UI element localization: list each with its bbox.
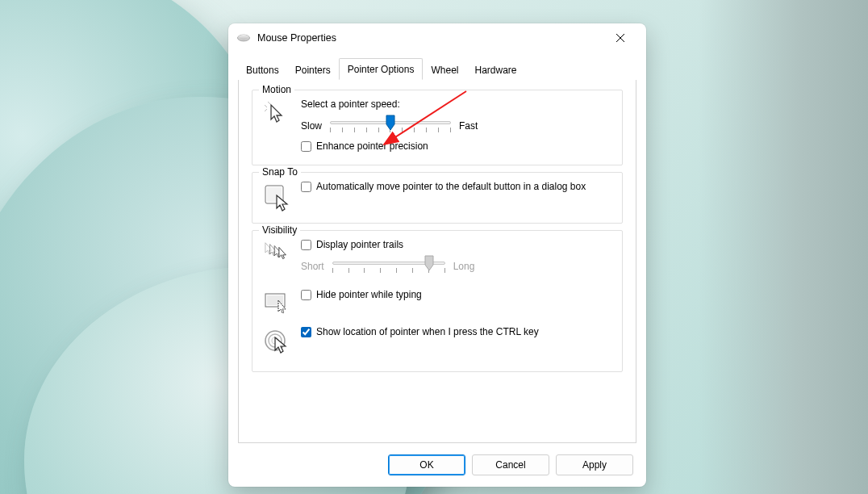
ctrl-locate-label: Show location of pointer when I press th… — [316, 326, 539, 337]
tab-buttons[interactable]: Buttons — [238, 60, 287, 80]
close-button[interactable] — [603, 27, 638, 49]
snapto-group: Snap To Automatically move pointer to th… — [252, 172, 623, 224]
apply-button[interactable]: Apply — [556, 454, 633, 475]
hide-typing-input[interactable] — [301, 290, 311, 300]
close-icon — [616, 33, 625, 43]
tab-wheel[interactable]: Wheel — [423, 60, 466, 80]
speed-slow-label: Slow — [301, 120, 322, 132]
trails-checkbox[interactable]: Display pointer trails — [301, 239, 611, 250]
speed-slider-thumb[interactable] — [386, 115, 395, 131]
ctrl-locate-checkbox[interactable]: Show location of pointer when I press th… — [301, 326, 539, 337]
tab-strip: Buttons Pointers Pointer Options Wheel H… — [228, 52, 646, 80]
mouse-icon — [236, 33, 251, 43]
enhance-precision-checkbox[interactable]: Enhance pointer precision — [301, 140, 611, 152]
trails-long-label: Long — [453, 261, 475, 272]
snapto-input[interactable] — [301, 182, 311, 192]
pointer-speed-icon — [264, 98, 291, 128]
tab-pointer-options[interactable]: Pointer Options — [339, 58, 424, 80]
snapto-icon — [264, 181, 291, 211]
trails-slider — [332, 257, 445, 276]
enhance-precision-input[interactable] — [301, 141, 311, 152]
select-pointer-speed-label: Select a pointer speed: — [301, 98, 611, 110]
hide-typing-label: Hide pointer while typing — [316, 289, 422, 300]
pointer-speed-slider[interactable] — [330, 116, 451, 136]
trails-input[interactable] — [301, 240, 311, 250]
tab-content: Motion Select a pointer speed: Slow — [238, 80, 636, 443]
svg-marker-2 — [386, 115, 394, 130]
trails-icon — [264, 239, 291, 263]
ok-button[interactable]: OK — [388, 454, 465, 475]
svg-marker-5 — [425, 256, 433, 270]
titlebar: Mouse Properties — [228, 23, 646, 52]
trails-slider-thumb — [424, 255, 434, 271]
snapto-label: Automatically move pointer to the defaul… — [316, 181, 586, 192]
svg-point-1 — [238, 35, 249, 40]
hide-typing-icon — [264, 289, 291, 313]
trails-short-label: Short — [301, 261, 324, 272]
cancel-button[interactable]: Cancel — [472, 454, 549, 475]
enhance-precision-label: Enhance pointer precision — [316, 140, 428, 152]
ctrl-locate-input[interactable] — [301, 327, 311, 337]
tab-pointers[interactable]: Pointers — [287, 60, 339, 80]
snapto-checkbox[interactable]: Automatically move pointer to the defaul… — [301, 181, 611, 192]
visibility-legend: Visibility — [259, 224, 300, 236]
ctrl-locate-icon — [264, 326, 291, 357]
snapto-legend: Snap To — [259, 166, 301, 178]
visibility-group: Visibility Display po — [252, 230, 623, 372]
window-title: Mouse Properties — [257, 32, 603, 44]
hide-typing-checkbox[interactable]: Hide pointer while typing — [301, 289, 422, 300]
mouse-properties-dialog: Mouse Properties Buttons Pointers Pointe… — [228, 23, 646, 487]
trails-label: Display pointer trails — [316, 239, 403, 250]
motion-legend: Motion — [259, 84, 294, 95]
dialog-button-bar: OK Cancel Apply — [228, 451, 646, 487]
tab-hardware[interactable]: Hardware — [466, 60, 524, 80]
speed-fast-label: Fast — [459, 120, 478, 132]
motion-group: Motion Select a pointer speed: Slow — [252, 90, 623, 165]
